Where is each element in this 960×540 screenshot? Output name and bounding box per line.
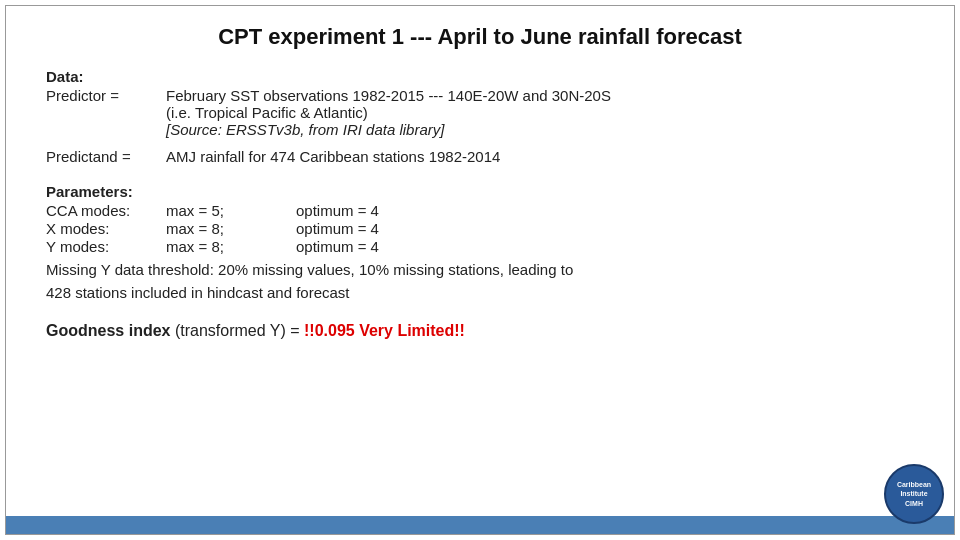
predictor-label: Predictor = [46,87,166,104]
parameters-header: Parameters: [46,183,914,200]
goodness-highlight: !!0.095 Very Limited!! [304,322,465,339]
param-row-y: Y modes: max = 8; optimum = 4 [46,238,914,255]
param-y-label: Y modes: [46,238,166,255]
logo-circle: Caribbean Institute CIMH [884,464,944,524]
predictor-row: Predictor = February SST observations 19… [46,87,914,138]
param-row-cca: CCA modes: max = 5; optimum = 4 [46,202,914,219]
predictand-value: AMJ rainfall for 474 Caribbean stations … [166,148,914,165]
data-label: Data: [46,68,166,85]
predictand-label: Predictand = [46,148,166,165]
logo-line1: Caribbean [897,480,931,489]
logo-text: Caribbean Institute CIMH [897,480,931,507]
param-row-x: X modes: max = 8; optimum = 4 [46,220,914,237]
main-container: CPT experiment 1 --- April to June rainf… [5,5,955,535]
predictor-value: February SST observations 1982-2015 --- … [166,87,914,138]
page-title: CPT experiment 1 --- April to June rainf… [6,6,954,60]
logo-line3: CIMH [897,499,931,508]
logo-line2: Institute [897,489,931,498]
param-cca-label: CCA modes: [46,202,166,219]
parameters-section: Parameters: CCA modes: max = 5; optimum … [46,183,914,304]
content-area: Data: Predictor = February SST observati… [6,60,954,350]
missing-text: Missing Y data threshold: 20% missing va… [46,259,914,304]
param-y-opt: optimum = 4 [296,238,456,255]
bottom-bar [6,516,954,534]
param-cca-opt: optimum = 4 [296,202,456,219]
data-section: Data: Predictor = February SST observati… [46,68,914,138]
predictor-line3: [Source: ERSSTv3b, from IRI data library… [166,121,444,138]
missing-line2: 428 stations included in hindcast and fo… [46,284,350,301]
predictor-line2: (i.e. Tropical Pacific & Atlantic) [166,104,368,121]
param-x-label: X modes: [46,220,166,237]
param-y-max: max = 8; [166,238,296,255]
param-cca-max: max = 5; [166,202,296,219]
param-x-opt: optimum = 4 [296,220,456,237]
goodness-section: Goodness index (transformed Y) = !!0.095… [46,322,914,340]
goodness-middle: (transformed Y) = [170,322,304,339]
missing-line1: Missing Y data threshold: 20% missing va… [46,261,573,278]
predictand-row: Predictand = AMJ rainfall for 474 Caribb… [46,148,914,165]
goodness-prefix: Goodness index [46,322,170,339]
predictand-section: Predictand = AMJ rainfall for 474 Caribb… [46,148,914,165]
param-x-max: max = 8; [166,220,296,237]
predictor-line1: February SST observations 1982-2015 --- … [166,87,611,104]
